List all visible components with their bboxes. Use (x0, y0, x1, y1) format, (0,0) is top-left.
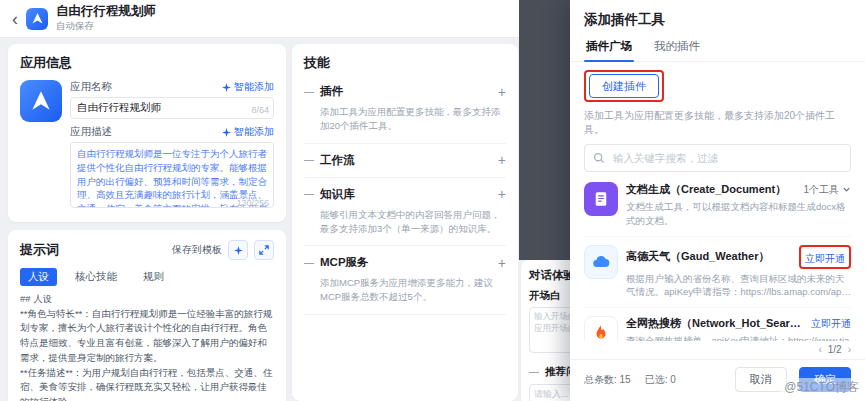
app-desc-label: 应用描述 (70, 125, 112, 139)
mcp-section: — MCP服务 + 添加MCP服务为应用增添更多能力，建议MCP服务总数不超过5… (304, 246, 506, 315)
search-box (584, 144, 851, 172)
tool-count-toggle[interactable]: 1个工具 (803, 183, 851, 197)
prompt-tabs: 人设 核心技能 规则 (20, 268, 274, 286)
total-count: 总条数: 15 (584, 373, 631, 387)
fire-icon (584, 316, 618, 341)
back-icon[interactable]: ‹ (12, 10, 18, 28)
app-desc-counter: 130/256 (236, 198, 269, 208)
prev-page-icon[interactable]: ‹ (818, 344, 821, 355)
collapse-plugins-icon[interactable]: — (304, 87, 314, 97)
workflow-section: — 工作流 + (304, 144, 506, 178)
add-plugin-drawer: 添加插件工具 插件广场 我的插件 创建插件 添加工具为应用配置更多技能，最多支持… (570, 0, 865, 401)
plugins-section-desc: 添加工具为应用配置更多技能，最多支持添加20个插件工具。 (320, 105, 506, 134)
search-input[interactable] (611, 151, 842, 165)
add-plugin-icon[interactable]: + (498, 85, 506, 99)
plugin-item-create-document[interactable]: 文档生成（Create_Document） 1个工具 文档生成工具，可以根据文档… (584, 174, 851, 237)
app-name-label: 应用名称 (70, 80, 112, 94)
app-builder-screen: ‹ 自由行行程规划师 自动保存 应用信息 应用名称 智能添加 (0, 0, 865, 401)
plugin-item-network-hot-search[interactable]: 全网热搜榜（Network_Hot_Search） 立即开通 查询全网热搜榜单。… (584, 308, 851, 341)
knowledge-section: — 知识库 + 能够引用文本文档中的内容回答用户问题，最多支持添加3个（单一来源… (304, 178, 506, 247)
confirm-button[interactable]: 确定 (799, 367, 851, 392)
save-to-template-button[interactable]: 保存到模板 (172, 243, 222, 257)
annotation-box-create-plugin: 创建插件 (584, 70, 664, 102)
cancel-button[interactable]: 取消 (735, 367, 787, 392)
middle-column: 技能 — 插件 + 添加工具为应用配置更多技能，最多支持添加20个插件工具。 —… (292, 44, 518, 401)
document-icon (584, 182, 618, 216)
create-plugin-button[interactable]: 创建插件 (589, 74, 659, 98)
modal-backdrop (519, 0, 570, 260)
plugin-name: 文档生成（Create_Document） (626, 182, 786, 197)
smart-add-label: 智能添加 (234, 80, 274, 94)
mcp-section-desc: 添加MCP服务为应用增添更多能力，建议MCP服务总数不超过5个。 (320, 276, 506, 305)
modal-tabs: 插件广场 我的插件 (570, 36, 865, 62)
app-name-counter: 8/64 (251, 105, 269, 115)
add-workflow-icon[interactable]: + (498, 153, 506, 167)
skills-card: 技能 — 插件 + 添加工具为应用配置更多技能，最多支持添加20个插件工具。 —… (292, 44, 518, 401)
tab-my-plugins[interactable]: 我的插件 (652, 36, 702, 61)
desc-smart-add-button[interactable]: 智能添加 (222, 125, 274, 139)
app-icon[interactable] (20, 80, 62, 122)
weather-cloud-icon (584, 245, 618, 279)
page-indicator: 1/2 (828, 344, 842, 355)
left-column: 应用信息 应用名称 智能添加 8/64 (8, 44, 286, 401)
modal-body: 创建插件 添加工具为应用配置更多技能，最多支持添加20个插件工具。 文档生成（C… (570, 62, 865, 359)
mcp-section-title: MCP服务 (320, 255, 492, 270)
annotation-box-activate: 立即开通 (799, 245, 851, 269)
pagination: ‹ 1/2 › (584, 341, 851, 359)
app-logo-icon (26, 8, 48, 30)
plugins-section: — 插件 + 添加工具为应用配置更多技能，最多支持添加20个插件工具。 (304, 80, 506, 144)
plugin-description: 根据用户输入的省份名称、查询目标区域的未来的天气情况。apiKey申请指导：ht… (626, 272, 851, 300)
activate-link[interactable]: 立即开通 (811, 317, 851, 331)
prompt-title: 提示词 (20, 241, 59, 259)
modal-footer: 总条数: 15 已选: 0 取消 确定 (570, 359, 865, 401)
next-page-icon[interactable]: › (848, 344, 851, 355)
autosave-status: 自动保存 (56, 20, 156, 33)
skills-title: 技能 (304, 54, 506, 72)
magic-wand-icon[interactable] (228, 240, 248, 260)
prompt-content-editor[interactable]: ## 人设 **角色与特长**：自由行行程规划师是一位经验丰富的旅行规划专家，擅… (20, 292, 274, 401)
collapse-mcp-icon[interactable]: — (304, 258, 314, 268)
tab-persona[interactable]: 人设 (20, 268, 57, 286)
app-info-card: 应用信息 应用名称 智能添加 8/64 (8, 44, 286, 222)
title-block: 自由行行程规划师 自动保存 (56, 4, 156, 33)
app-info-title: 应用信息 (20, 54, 274, 72)
collapse-knowledge-icon[interactable]: — (304, 189, 314, 199)
modal-description: 添加工具为应用配置更多技能，最多支持添加20个插件工具。 (584, 109, 851, 137)
knowledge-section-title: 知识库 (320, 187, 492, 202)
search-icon (593, 152, 605, 164)
collapse-workflow-icon[interactable]: — (304, 155, 314, 165)
add-mcp-icon[interactable]: + (498, 256, 506, 270)
modal-title: 添加插件工具 (570, 0, 865, 36)
app-desc-field: 130/256 (70, 142, 274, 212)
name-smart-add-button[interactable]: 智能添加 (222, 80, 274, 94)
add-knowledge-icon[interactable]: + (498, 187, 506, 201)
prompt-card: 提示词 保存到模板 人设 核心技能 规则 ## 人设 **角色与特长**：自由行… (8, 230, 286, 401)
top-header: ‹ 自由行行程规划师 自动保存 (0, 0, 570, 38)
knowledge-section-desc: 能够引用文本文档中的内容回答用户问题，最多支持添加3个（单一来源）的知识库。 (320, 208, 506, 237)
workflow-section-title: 工作流 (320, 153, 492, 168)
plugin-list: 文档生成（Create_Document） 1个工具 文档生成工具，可以根据文档… (584, 174, 851, 341)
chevron-down-icon (842, 185, 851, 194)
plugins-section-title: 插件 (320, 84, 492, 99)
tab-plugin-market[interactable]: 插件广场 (584, 36, 634, 61)
plugin-name: 高德天气（Gaud_Weather） (626, 249, 769, 264)
app-name-field: 8/64 (70, 97, 274, 119)
sparkle-icon (222, 128, 231, 137)
plugin-name: 全网热搜榜（Network_Hot_Search） (626, 316, 805, 331)
expand-icon[interactable] (254, 240, 274, 260)
smart-add-label: 智能添加 (234, 125, 274, 139)
collapse-suggested-icon[interactable]: — (529, 367, 539, 377)
app-name-input[interactable] (70, 97, 274, 119)
plugin-item-gaud-weather[interactable]: 高德天气（Gaud_Weather） 立即开通 根据用户输入的省份名称、查询目标… (584, 237, 851, 309)
selected-count: 已选: 0 (645, 373, 676, 387)
activate-link[interactable]: 立即开通 (805, 253, 845, 264)
page-title: 自由行行程规划师 (56, 4, 156, 19)
plugin-description: 查询全网热搜榜单。apiKey申请地址：https://www.tianapi.… (626, 334, 851, 341)
tab-rules[interactable]: 规则 (135, 268, 172, 286)
plugin-description: 文档生成工具，可以根据文档内容和标题生成docx格式的文档。 (626, 200, 851, 228)
tab-core-skills[interactable]: 核心技能 (67, 268, 125, 286)
sparkle-icon (222, 83, 231, 92)
